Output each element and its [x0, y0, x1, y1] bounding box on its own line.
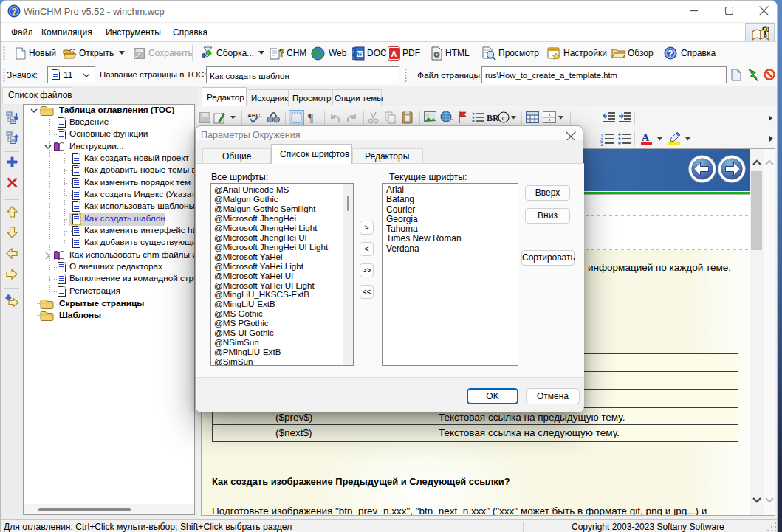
svg-text:A: A — [642, 132, 650, 143]
svg-text:?: ? — [11, 6, 17, 17]
svg-text:A: A — [391, 49, 397, 58]
svg-text:¶: ¶ — [308, 111, 314, 124]
svg-text:ABC: ABC — [247, 112, 261, 119]
svg-text:W: W — [357, 51, 363, 58]
svg-text:?: ? — [279, 48, 284, 59]
svg-text:c: c — [502, 114, 506, 122]
svg-text:?: ? — [762, 23, 770, 41]
svg-text:3: 3 — [600, 142, 603, 147]
svg-text:?: ? — [668, 49, 673, 59]
